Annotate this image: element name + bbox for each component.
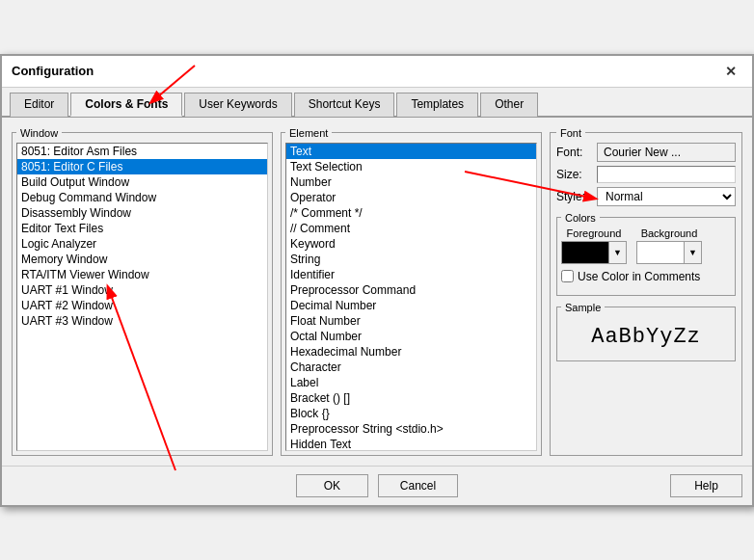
sample-title: Sample: [561, 302, 605, 313]
colors-title: Colors: [561, 212, 600, 224]
element-list-item[interactable]: Bracket () []: [286, 390, 536, 406]
tab-editor[interactable]: Editor: [10, 93, 68, 117]
window-list-item[interactable]: Editor Text Files: [17, 221, 267, 236]
background-swatch: [637, 242, 684, 263]
close-button[interactable]: ✕: [719, 62, 742, 81]
font-panel: Font Font: Courier New ... Size: Style: …: [550, 127, 742, 456]
element-list-item[interactable]: /* Comment */: [286, 205, 536, 221]
foreground-swatch: [562, 242, 608, 263]
window-list-item[interactable]: 8051: Editor C Files: [17, 159, 267, 174]
element-list-item[interactable]: Character: [286, 360, 536, 375]
size-row: Size:: [556, 166, 736, 183]
element-list[interactable]: TextText SelectionNumberOperator/* Comme…: [285, 143, 537, 451]
element-list-item[interactable]: Keyword: [286, 236, 536, 252]
size-label: Size:: [556, 168, 593, 181]
window-list-item[interactable]: UART #3 Window: [17, 313, 267, 329]
element-list-item[interactable]: String: [286, 252, 536, 267]
element-list-item[interactable]: Text Selection: [286, 159, 536, 174]
dialog-title: Configuration: [12, 64, 94, 78]
foreground-dropdown-btn[interactable]: ▼: [608, 242, 626, 263]
element-list-item[interactable]: // Comment: [286, 221, 536, 236]
title-bar: Configuration ✕: [2, 56, 752, 88]
tab-bar: Editor Colors & Fonts User Keywords Shor…: [2, 88, 752, 118]
colors-row: Foreground ▼ Background ▼: [561, 227, 731, 264]
use-color-checkbox[interactable]: [561, 270, 574, 282]
element-list-item[interactable]: Block {}: [286, 406, 536, 421]
sample-text: AaBbYyZz: [561, 317, 731, 357]
window-list-item[interactable]: UART #2 Window: [17, 298, 267, 313]
use-color-row: Use Color in Comments: [561, 270, 731, 283]
element-list-item[interactable]: Label: [286, 375, 536, 390]
tab-user-keywords[interactable]: User Keywords: [184, 93, 291, 117]
font-picker-button[interactable]: Courier New ...: [597, 143, 736, 162]
background-swatch-row[interactable]: ▼: [636, 241, 702, 264]
font-row: Font: Courier New ...: [556, 143, 736, 162]
element-list-item[interactable]: Octal Number: [286, 329, 536, 344]
window-list-item[interactable]: 8051: Editor Asm Files: [17, 144, 267, 159]
sample-section: Sample AaBbYyZz: [556, 302, 736, 361]
style-select[interactable]: Normal Bold Italic Bold Italic: [597, 187, 736, 206]
font-label: Font:: [556, 146, 593, 159]
foreground-swatch-row[interactable]: ▼: [561, 241, 627, 264]
element-list-item[interactable]: Float Number: [286, 313, 536, 329]
window-list-item[interactable]: Build Output Window: [17, 174, 267, 190]
element-list-item[interactable]: Decimal Number: [286, 298, 536, 313]
window-list-item[interactable]: Debug Command Window: [17, 190, 267, 205]
background-dropdown-btn[interactable]: ▼: [684, 242, 701, 263]
tab-shortcut-keys[interactable]: Shortcut Keys: [294, 93, 395, 117]
foreground-label: Foreground: [567, 227, 622, 239]
help-button[interactable]: Help: [670, 474, 742, 497]
style-row: Style: Normal Bold Italic Bold Italic: [556, 187, 736, 206]
element-panel: Element TextText SelectionNumberOperator…: [281, 127, 542, 456]
window-list[interactable]: 8051: Editor Asm Files8051: Editor C Fil…: [16, 143, 268, 451]
colors-section: Colors Foreground ▼ Background ▼: [556, 212, 736, 296]
center-buttons: OK Cancel: [296, 474, 458, 497]
window-list-item[interactable]: UART #1 Window: [17, 282, 267, 298]
main-content: Window 8051: Editor Asm Files8051: Edito…: [2, 118, 752, 466]
use-color-label: Use Color in Comments: [578, 270, 700, 283]
window-list-item[interactable]: RTA/ITM Viewer Window: [17, 267, 267, 282]
background-col: Background ▼: [636, 227, 702, 264]
size-input[interactable]: [597, 166, 736, 183]
element-list-item[interactable]: Number: [286, 174, 536, 190]
element-list-item[interactable]: Preprocessor Command: [286, 282, 536, 298]
element-list-item[interactable]: Text: [286, 144, 536, 159]
tab-other[interactable]: Other: [480, 93, 538, 117]
element-list-item[interactable]: Hexadecimal Number: [286, 344, 536, 360]
element-list-item[interactable]: Identifier: [286, 267, 536, 282]
window-list-item[interactable]: Logic Analyzer: [17, 236, 267, 252]
tab-templates[interactable]: Templates: [396, 93, 478, 117]
window-panel-title: Window: [16, 127, 62, 139]
tab-colors-fonts[interactable]: Colors & Fonts: [70, 93, 182, 117]
configuration-dialog: Configuration ✕ Editor Colors & Fonts Us…: [0, 54, 754, 507]
font-panel-title: Font: [556, 127, 585, 139]
window-list-item[interactable]: Memory Window: [17, 252, 267, 267]
style-label: Style:: [556, 190, 593, 203]
element-list-item[interactable]: Preprocessor String <stdio.h>: [286, 421, 536, 437]
element-list-item[interactable]: Hidden Text: [286, 437, 536, 451]
background-label: Background: [641, 227, 698, 239]
element-panel-title: Element: [285, 127, 332, 139]
ok-button[interactable]: OK: [296, 474, 368, 497]
element-list-item[interactable]: Operator: [286, 190, 536, 205]
foreground-col: Foreground ▼: [561, 227, 627, 264]
cancel-button[interactable]: Cancel: [378, 474, 458, 497]
window-panel: Window 8051: Editor Asm Files8051: Edito…: [12, 127, 273, 456]
bottom-bar: OK Cancel Help: [2, 466, 752, 505]
window-list-item[interactable]: Disassembly Window: [17, 205, 267, 221]
